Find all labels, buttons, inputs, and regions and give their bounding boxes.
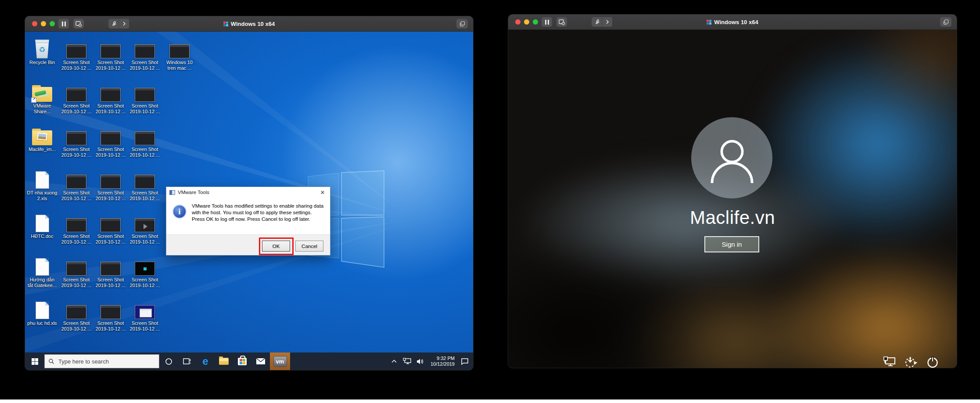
taskbar-search[interactable]	[44, 354, 159, 368]
fullscreen-icon	[943, 19, 949, 25]
volume-tray-button[interactable]	[415, 358, 426, 365]
desktop-icon-label: Maclife_im...	[25, 147, 59, 152]
desktop-icon-screenshot-21[interactable]: Screen Shot2019-10-12 ...	[128, 298, 162, 332]
desktop-icon-huong-dan-gatekeeper[interactable]: Hướng dẫntắt Gatekee...	[25, 255, 59, 288]
snapshot-button[interactable]	[556, 17, 567, 27]
desktop-icon-label: Screen Shot2019-10-12 ...	[128, 147, 162, 158]
desktop-icon-label: Screen Shot2019-10-12 ...	[128, 190, 162, 202]
person-icon	[699, 125, 765, 191]
desktop-icon-vmware-share[interactable]: VMwareShare...	[25, 81, 59, 115]
thumb-icon	[93, 298, 128, 319]
desktop-icon-screenshot-6[interactable]: Screen Shot2019-10-12 ...	[128, 81, 162, 115]
cortana-icon	[165, 358, 172, 365]
power-button[interactable]	[925, 355, 940, 368]
desktop-icon-label: Screen Shot2019-10-12 ...	[93, 277, 128, 288]
desktop-icon-screenshot-9[interactable]: Screen Shot2019-10-12 ...	[128, 124, 162, 158]
desktop-icon-maclife-images[interactable]: Maclife_im...	[25, 124, 59, 152]
desktop-icon-screenshot-19[interactable]: Screen Shot2019-10-12 ...	[59, 298, 93, 332]
zoom-button[interactable]	[50, 21, 55, 26]
desktop-icon-screenshot-12[interactable]: Screen Shot2019-10-12 ...	[128, 168, 162, 202]
desktop-icon-screenshot-3[interactable]: Screen Shot2019-10-12 ...	[128, 37, 162, 71]
search-input[interactable]	[57, 358, 155, 365]
store-icon	[238, 358, 247, 365]
minimize-button[interactable]	[41, 21, 46, 26]
file-icon	[25, 211, 59, 232]
dialog-title: VMware Tools	[178, 190, 209, 195]
desktop-icon-screenshot-13[interactable]: Screen Shot2019-10-12 ...	[59, 211, 93, 245]
zoom-button[interactable]	[533, 19, 538, 25]
edge-icon: e	[202, 356, 208, 367]
desktop-icon-screenshot-10[interactable]: Screen Shot2019-10-12 ...	[59, 168, 93, 202]
network-tray-button[interactable]	[402, 358, 413, 365]
desktop-icon-screenshot-4[interactable]: Screen Shot2019-10-12 ...	[59, 81, 93, 115]
desktop-icon-screenshot-1[interactable]: Screen Shot2019-10-12 ...	[59, 37, 93, 71]
file-icon	[25, 168, 59, 189]
cancel-button[interactable]: Cancel	[295, 241, 323, 252]
page-bottom-strip	[0, 399, 980, 403]
close-button[interactable]	[32, 21, 37, 26]
desktop-icon-screenshot-11[interactable]: Screen Shot2019-10-12 ...	[93, 168, 128, 202]
snapshot-button[interactable]	[73, 19, 84, 29]
dialog-close-icon[interactable]: ✕	[315, 187, 330, 198]
fullscreen-button[interactable]	[940, 17, 951, 27]
desktop-icon-label: Screen Shot2019-10-12 ...	[59, 234, 93, 245]
cortana-button[interactable]	[159, 353, 178, 370]
edge-button[interactable]: e	[196, 353, 215, 370]
desktop-icon-label: Screen Shot2019-10-12 ...	[59, 277, 93, 288]
traffic-lights	[32, 21, 55, 26]
desktop-icon-label: Recycle Bin	[25, 60, 59, 65]
vmware-fusion-taskbar-button[interactable]: vm	[270, 353, 290, 370]
desktop-icon-screenshot-18[interactable]: Screen Shot2019-10-12 ...	[128, 255, 162, 288]
hidden-icons-button[interactable]	[388, 360, 400, 363]
mail-button[interactable]	[251, 353, 270, 370]
thumb-icon	[59, 255, 93, 276]
desktop-icon-dt-nha-xuong[interactable]: DT nha xuong2.xls	[25, 168, 59, 202]
pause-vm-button[interactable]	[542, 17, 552, 27]
ok-button[interactable]: OK	[262, 241, 290, 252]
task-view-button[interactable]	[178, 353, 196, 370]
vmware-tools-dialog: VMware Tools ✕ i VMware Tools has modifi…	[166, 187, 330, 255]
settings-wrench-button[interactable]	[592, 17, 602, 27]
toolbar-group	[592, 17, 613, 27]
desktop-icon-screenshot-17[interactable]: Screen Shot2019-10-12 ...	[93, 255, 128, 288]
desktop-icon-screenshot-16[interactable]: Screen Shot2019-10-12 ...	[59, 255, 93, 288]
file-explorer-button[interactable]	[215, 353, 233, 370]
thumb-icon	[128, 168, 162, 189]
desktop-icon-recycle-bin[interactable]: ♻Recycle Bin	[25, 37, 59, 65]
search-icon	[48, 358, 54, 364]
ease-of-access-button[interactable]	[903, 355, 918, 368]
minimize-button[interactable]	[524, 19, 529, 25]
desktop-icon-screenshot-2[interactable]: Screen Shot2019-10-12 ...	[93, 37, 128, 71]
desktop-icon-screenshot-15[interactable]: Screen Shot2019-10-12 ...	[128, 211, 162, 245]
taskbar-clock[interactable]: 9:32 PM 10/12/2019	[428, 356, 457, 367]
action-center-button[interactable]	[459, 358, 470, 365]
desktop-icon-windows-10-tren-mac[interactable]: Windows 10tren mac ...	[162, 37, 197, 71]
desktop-icon-hdtc-doc[interactable]: HĐTC.doc	[25, 211, 59, 239]
desktop-icon-screenshot-8[interactable]: Screen Shot2019-10-12 ...	[93, 124, 128, 158]
sign-in-button[interactable]: Sign in	[704, 236, 759, 252]
network-status-button[interactable]	[882, 355, 897, 368]
desktop-icon-label: Windows 10tren mac ...	[162, 60, 197, 71]
store-button[interactable]	[233, 353, 251, 370]
ease-of-access-icon	[904, 356, 917, 368]
fullscreen-button[interactable]	[456, 19, 468, 29]
windows-desktop: ♻Recycle BinScreen Shot2019-10-12 ...Scr…	[25, 32, 473, 353]
desktop-icon-label: Screen Shot2019-10-12 ...	[93, 147, 128, 158]
snapshot-icon	[75, 21, 82, 27]
folder-image-icon	[25, 124, 59, 145]
desktop-icon-screenshot-7[interactable]: Screen Shot2019-10-12 ...	[59, 124, 93, 158]
desktop-icon-screenshot-14[interactable]: Screen Shot2019-10-12 ...	[93, 211, 128, 245]
desktop-icon-screenshot-5[interactable]: Screen Shot2019-10-12 ...	[93, 81, 128, 115]
fullscreen-icon	[459, 21, 465, 27]
desktop-icon-label: Screen Shot2019-10-12 ...	[128, 320, 162, 332]
expand-toolbar-button[interactable]	[119, 19, 129, 29]
close-button[interactable]	[515, 19, 521, 25]
start-button[interactable]	[25, 353, 44, 370]
expand-toolbar-button[interactable]	[602, 17, 613, 27]
dialog-titlebar[interactable]: VMware Tools ✕	[166, 187, 330, 198]
settings-wrench-button[interactable]	[108, 19, 119, 29]
pause-vm-button[interactable]	[58, 19, 69, 29]
desktop-icon-screenshot-20[interactable]: Screen Shot2019-10-12 ...	[93, 298, 128, 332]
windows-taskbar: e vm	[25, 353, 473, 370]
desktop-icon-phu-luc-hd[interactable]: phu luc hd.xls	[25, 298, 59, 326]
